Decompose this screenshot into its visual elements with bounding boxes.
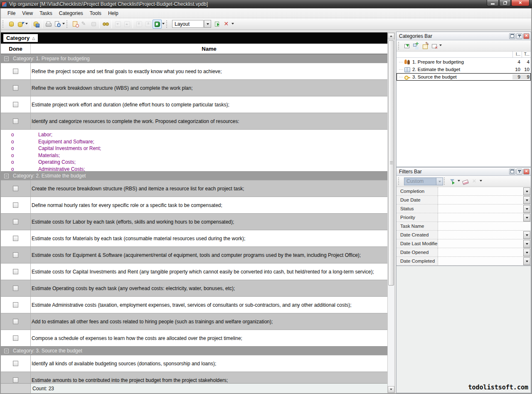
save-filter-caret[interactable] [457,177,461,186]
task-row[interactable]: Estimate costs for Capital Investments a… [1,263,387,280]
layout-combobox-dropdown-icon[interactable] [204,20,211,28]
task-checkbox[interactable] [13,302,18,308]
filter-dropdown-button[interactable] [523,231,530,239]
task-checkbox[interactable] [13,335,18,341]
task-checkbox[interactable] [13,102,18,107]
filters-close-button[interactable] [523,169,530,175]
column-header-done[interactable]: Done [1,44,31,54]
task-checkbox[interactable] [13,377,18,383]
categories-overflow-caret[interactable] [439,41,443,50]
menu-help[interactable]: Help [105,9,122,17]
filter-dropdown-button[interactable] [523,196,530,204]
filter-value-field[interactable] [438,239,523,248]
filter-dropdown-button[interactable] [523,240,530,248]
delete-category-button[interactable] [430,41,439,50]
scroll-up-button[interactable] [388,33,394,39]
print-preview-button[interactable] [53,20,62,29]
toolbar-overflow-caret[interactable] [231,20,235,29]
task-row[interactable]: Estimate Administrative costs (taxation,… [1,296,387,313]
task-row[interactable]: Compose a schedule of expenses to learn … [1,330,387,346]
task-row[interactable]: Estimate Operating costs by each task (a… [1,280,387,296]
task-checkbox[interactable] [13,269,18,274]
category-tree-item[interactable]: 3. Source the budget99 [397,73,531,81]
category-tree-item[interactable]: 1. Prepare for budgeting44 [397,58,531,66]
task-checkbox[interactable] [13,202,18,208]
category-group-header[interactable]: Category: 1. Prepare for budgeting [1,54,387,63]
task-row[interactable]: Refine the work breakdown structure (WBS… [1,79,387,96]
new-database-button[interactable] [7,20,16,29]
filters-overflow-caret[interactable] [479,177,483,186]
close-button[interactable]: ✕ [511,0,530,6]
clear-filter-button[interactable] [461,177,470,186]
assign-task-button[interactable] [89,20,98,29]
task-checkbox[interactable] [13,286,18,291]
print-button[interactable] [44,20,53,29]
task-row[interactable]: Identify all kinds of available budgetin… [1,355,387,372]
categories-maximize-button[interactable] [509,33,515,39]
filter-preset-combobox[interactable]: Custom [404,177,436,185]
layout-combobox[interactable]: Layout [172,20,204,28]
task-row[interactable]: Estimate costs for Labor by each task (e… [1,213,387,230]
task-checkbox[interactable] [13,219,18,224]
filter-value-field[interactable] [438,196,523,204]
restore-button[interactable] [499,0,511,6]
categories-pin-button[interactable] [516,33,522,39]
menu-view[interactable]: View [19,9,36,17]
column-header-name[interactable]: Name [31,44,387,54]
edit-task-button[interactable] [80,20,89,29]
task-row[interactable]: Identify and categorize resources to com… [1,113,387,129]
group-by-category-button[interactable]: Category △ [3,34,38,42]
task-row[interactable]: Estimate costs for Equipment & Software … [1,246,387,263]
edit-category-button[interactable] [421,41,430,50]
open-database-caret[interactable] [25,20,29,29]
filter-dropdown-button[interactable] [523,257,530,265]
task-row[interactable]: Add to estimates all other fees and cost… [1,313,387,330]
move-to-bottom-button[interactable] [134,20,143,29]
filter-dropdown-button[interactable] [523,205,530,213]
move-to-top-button[interactable] [143,20,153,29]
apply-layout-button[interactable] [213,20,222,29]
filter-value-field[interactable] [438,231,523,239]
task-checkbox[interactable] [13,252,18,258]
filter-value-field[interactable] [438,204,523,213]
move-down-button[interactable] [113,20,122,29]
scroll-down-button[interactable] [388,386,394,393]
add-subcategory-button[interactable] [411,41,421,50]
delete-button[interactable] [222,20,231,29]
filter-dropdown-button[interactable] [523,214,530,222]
categories-close-button[interactable] [523,33,530,39]
filters-pin-button[interactable] [516,169,522,175]
find-button[interactable] [101,20,110,29]
filter-preset-dropdown-icon[interactable] [436,177,443,185]
categories-column-total[interactable]: T... [522,52,531,57]
vertical-scrollbar[interactable] [387,32,395,393]
menu-file[interactable]: File [4,9,19,17]
filter-dropdown-button[interactable] [523,187,530,195]
view-layout-button[interactable] [153,20,162,29]
filter-value-field[interactable] [438,257,523,265]
task-checkbox[interactable] [13,361,18,366]
collapse-icon[interactable] [4,174,9,178]
view-layout-caret[interactable] [162,20,165,29]
task-row[interactable]: Create the resource breakdown structure … [1,180,387,197]
task-row[interactable]: Estimate costs for Materials by each tas… [1,230,387,246]
task-checkbox[interactable] [13,236,18,241]
filter-value-field[interactable] [438,187,523,195]
save-filter-button[interactable] [448,177,457,186]
task-row[interactable]: Define normal hourly rates for every spe… [1,197,387,213]
filter-value-field[interactable] [438,213,523,222]
delete-filter-button[interactable] [470,177,479,186]
collapse-icon[interactable] [4,57,9,61]
filter-dropdown-button[interactable] [523,249,530,256]
menu-categories[interactable]: Categories [56,9,86,17]
filters-maximize-button[interactable] [509,169,515,175]
move-up-button[interactable] [122,20,131,29]
scrollbar-thumb[interactable] [388,40,394,286]
add-category-button[interactable] [402,41,411,50]
categories-column-undone[interactable]: I... [512,52,522,57]
category-group-header[interactable]: Category: 2. Estimate the budget [1,171,387,180]
task-checkbox[interactable] [13,118,18,124]
task-row[interactable]: Refine the project scope and set final g… [1,63,387,79]
task-checkbox[interactable] [13,186,18,191]
print-preview-caret[interactable] [62,20,66,29]
